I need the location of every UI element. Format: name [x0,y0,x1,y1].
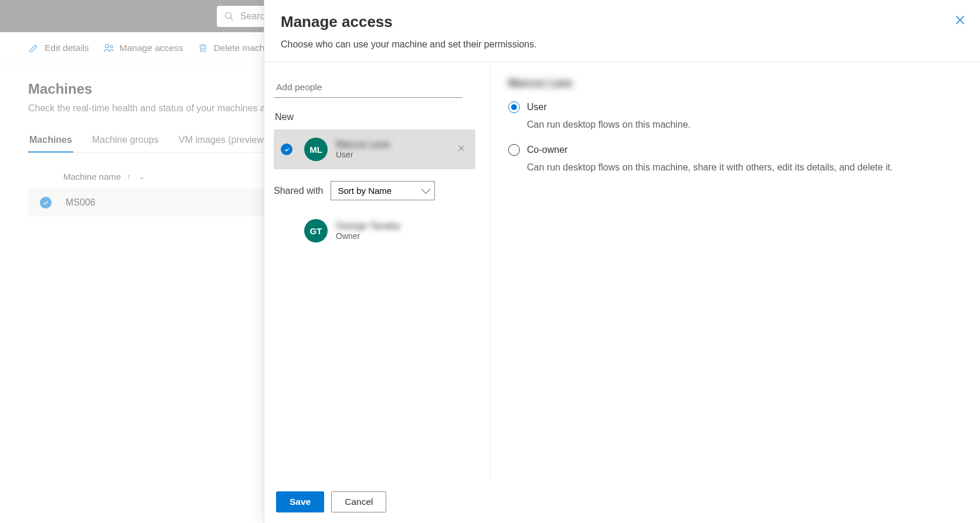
person-info: Marcus Lane User [336,139,454,159]
role-coowner-description: Can run desktop flows on this machine, s… [527,160,962,174]
close-icon [457,143,466,153]
manage-access-button[interactable]: Manage access [103,42,183,54]
pencil-icon [28,42,40,54]
sort-by-select[interactable]: Sort by Name [331,181,435,200]
tab-machine-groups[interactable]: Machine groups [91,129,160,152]
shared-with-header: Shared with Sort by Name [274,181,481,200]
person-row-new[interactable]: ML Marcus Lane User [274,129,475,169]
close-icon [954,14,966,26]
save-button[interactable]: Save [276,491,324,512]
selected-person-name: Marcus Lane [508,77,962,90]
role-coowner-label: Co-owner [527,145,567,155]
radio-row[interactable]: Co-owner [508,144,962,156]
people-column: New ML Marcus Lane User Shared with [264,62,491,481]
svg-point-2 [106,45,109,48]
remove-person-button[interactable] [454,141,468,158]
svg-point-0 [225,12,232,19]
trash-icon [197,42,209,54]
person-role: User [336,150,454,159]
tab-machines[interactable]: Machines [28,129,73,152]
sort-asc-icon: ↑ [127,172,131,181]
avatar: GT [304,219,328,242]
sort-select-wrap: Sort by Name [331,181,435,200]
role-option-coowner[interactable]: Co-owner Can run desktop flows on this m… [508,144,962,174]
person-name: Marcus Lane [336,139,454,150]
add-people-input[interactable] [274,77,462,98]
person-info: George Tanaka Owner [336,221,468,241]
selection-check-icon [281,143,292,155]
edit-details-button[interactable]: Edit details [28,42,89,54]
panel-title: Manage access [281,13,964,31]
people-icon [103,42,115,54]
row-checkbox-checked[interactable] [40,197,52,208]
person-name: George Tanaka [336,221,468,231]
radio-checked-icon [508,101,520,113]
radio-unchecked-icon [508,144,520,156]
role-user-label: User [527,102,547,112]
role-user-description: Can run desktop flows on this machine. [527,118,962,131]
avatar: ML [304,138,328,161]
close-panel-button[interactable] [954,14,966,26]
panel-header: Manage access Choose who can use your ma… [264,0,980,62]
person-role: Owner [336,231,468,241]
edit-details-label: Edit details [45,43,89,53]
permissions-column: Marcus Lane User Can run desktop flows o… [491,62,980,481]
panel-subtitle: Choose who can use your machine and set … [281,39,964,50]
panel-footer: Save Cancel [264,481,980,523]
radio-row[interactable]: User [508,101,962,113]
tab-vm-images[interactable]: VM images (preview) [178,129,268,152]
section-new-label: New [275,112,481,122]
row-machine-name: MS006 [66,197,96,208]
person-row-shared[interactable]: GT George Tanaka Owner [274,211,475,251]
cancel-button[interactable]: Cancel [331,491,386,512]
search-icon [224,11,234,22]
role-option-user[interactable]: User Can run desktop flows on this machi… [508,101,962,131]
shared-with-label: Shared with [274,186,324,196]
manage-access-panel: Manage access Choose who can use your ma… [264,0,980,523]
column-label: Machine name [63,172,121,182]
manage-access-label: Manage access [120,43,183,53]
panel-body: New ML Marcus Lane User Shared with [264,62,980,481]
chevron-down-icon: ⌄ [139,173,145,181]
svg-point-3 [110,45,113,47]
svg-line-1 [230,18,233,20]
